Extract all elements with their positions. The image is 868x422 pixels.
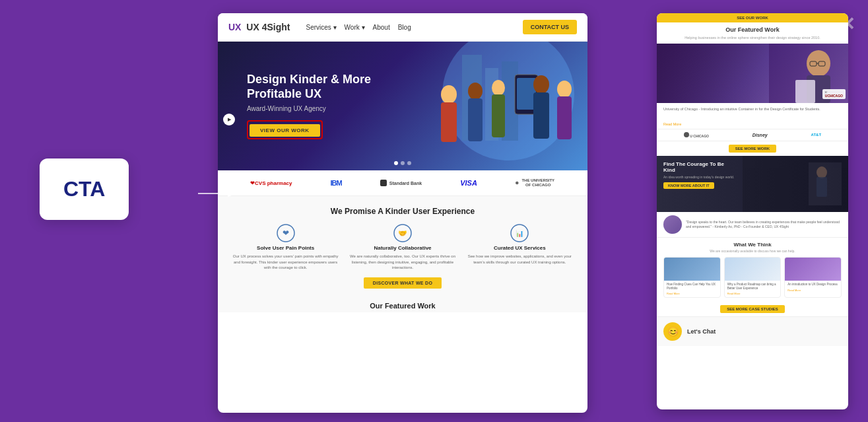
promise-section: We Promise A Kinder User Experience ❤ So… <box>218 196 587 295</box>
hero-illustration <box>403 42 587 170</box>
col1-title: Solve User Pain Points <box>231 245 340 251</box>
svg-marker-1 <box>228 190 238 197</box>
right-logo-row: U CHICAGO Disney AT&T <box>657 129 848 141</box>
card-3-image <box>785 258 841 281</box>
card-3: An introduction to UX Design Process Rea… <box>784 257 842 299</box>
svg-point-35 <box>817 166 827 178</box>
discover-button[interactable]: DISCOVER WHAT WE DO <box>364 277 442 289</box>
right-featured-title: Our Featured Work <box>657 22 848 36</box>
play-button[interactable]: ▶ <box>223 114 235 125</box>
smiley-icon: 😊 <box>663 322 682 341</box>
card-1-image <box>664 258 720 281</box>
avatar-text: "Design speaks to the heart. Our team be… <box>686 220 842 229</box>
promise-col-2: 🤝 Naturally Collaborative We are natural… <box>348 224 457 270</box>
svg-point-7 <box>441 85 457 104</box>
right-hero-image: U UCHICAGO <box>657 44 848 103</box>
hero-btn-wrapper: VIEW OUR WORK <box>247 120 323 139</box>
hero-view-work-button[interactable]: VIEW OUR WORK <box>250 124 320 137</box>
what-we-think-section: What We Think We are occasionally availa… <box>657 238 848 302</box>
svg-point-9 <box>468 83 483 100</box>
col2-title: Naturally Collaborative <box>348 245 457 251</box>
svg-rect-14 <box>533 92 549 139</box>
curated-icon: 📊 <box>510 224 529 242</box>
navbar-logo: UX UX 4Sight <box>228 22 290 32</box>
card-1: How Finding Clues Can Help You UX Portfo… <box>663 257 721 299</box>
what-think-title: What We Think <box>663 242 842 248</box>
col2-text: We are naturally collaborative, too. Our… <box>348 254 457 270</box>
svg-rect-36 <box>817 177 827 197</box>
svg-rect-31 <box>795 80 815 103</box>
logos-bar: ❤CVS pharmacy IBM Standard Bank VISA THE… <box>218 170 587 196</box>
col1-text: Our UX process solves your users' pain p… <box>231 254 340 270</box>
svg-rect-17 <box>380 180 387 186</box>
chicago-badge: U UCHICAGO <box>822 89 846 99</box>
what-think-subtitle: We are occasionally available to discuss… <box>663 249 842 253</box>
svg-rect-12 <box>492 94 505 137</box>
dark-section-bg <box>743 156 848 212</box>
logo-visa: VISA <box>460 179 477 187</box>
nav-services[interactable]: Services ▾ <box>306 24 336 31</box>
right-hero-desc: University of Chicago - Introducing an i… <box>657 103 848 116</box>
nav-work[interactable]: Work ▾ <box>345 24 365 31</box>
mockup-right: SEE OUR WORK Our Featured Work Helping b… <box>657 13 848 409</box>
card-3-text: An introduction to UX Design Process <box>785 281 841 289</box>
logo-standard-bank: Standard Bank <box>380 180 422 186</box>
see-more-case-studies-button[interactable]: SEE MORE CASE STUDIES <box>720 305 785 313</box>
hero-subtitle: Award-Winning UX Agency <box>247 105 392 112</box>
right-featured-subtitle: Helping businesses in the online sphere … <box>657 36 848 44</box>
svg-point-11 <box>492 80 505 96</box>
people-illustration <box>409 42 587 170</box>
cta-label: CTA <box>63 177 105 201</box>
col3-title: Curated UX Services <box>465 245 574 251</box>
right-logo-disney: Disney <box>752 133 768 137</box>
right-dark-section: Find The Courage To Be Kind An idea wort… <box>657 156 848 212</box>
mockup-left: UX UX 4Sight Services ▾ Work ▾ About Blo… <box>218 13 587 413</box>
svg-point-32 <box>684 132 689 137</box>
card-2-text: Why a Product Roadmap can bring a Better… <box>725 281 781 293</box>
svg-point-18 <box>516 182 519 185</box>
svg-point-13 <box>533 75 549 94</box>
card-2: Why a Product Roadmap can bring a Better… <box>724 257 782 299</box>
nav-about[interactable]: About <box>373 24 390 31</box>
right-topbar[interactable]: SEE OUR WORK <box>657 13 848 22</box>
lets-chat-label: Let's Chat <box>687 328 716 335</box>
hero-text: Design Kinder & More Profitable UX Award… <box>247 73 392 139</box>
promise-col-1: ❤ Solve User Pain Points Our UX process … <box>231 224 340 270</box>
right-logo-chicago: U CHICAGO <box>684 132 709 138</box>
dark-section-subtitle: An idea worth spreading in today's desig… <box>663 175 734 179</box>
svg-rect-10 <box>468 98 483 141</box>
arrow-pointer <box>198 184 238 203</box>
svg-rect-8 <box>441 102 457 142</box>
navbar-cta-button[interactable]: CONTACT US <box>523 20 577 34</box>
pain-points-icon: ❤ <box>277 224 295 242</box>
lets-chat-row: 😊 Let's Chat <box>657 316 848 346</box>
right-see-work-button[interactable]: SEE MORE WORK <box>729 145 776 153</box>
logo-ibm: IBM <box>331 179 342 187</box>
promise-columns: ❤ Solve User Pain Points Our UX process … <box>231 224 574 270</box>
hero-dots <box>394 161 411 165</box>
svg-rect-6 <box>517 78 536 110</box>
col3-text: See how we improve websites, application… <box>465 254 574 265</box>
svg-point-15 <box>557 81 572 98</box>
card-2-image <box>725 258 781 281</box>
logo-cvs: ❤CVS pharmacy <box>250 180 292 186</box>
navbar-nav: Services ▾ Work ▾ About Blog <box>306 24 411 31</box>
card-1-text: How Finding Clues Can Help You UX Portfo… <box>664 281 720 293</box>
hero-section: ▶ Design Kinder & More Profitable UX Awa… <box>218 42 587 170</box>
promise-col-3: 📊 Curated UX Services See how we improve… <box>465 224 574 270</box>
right-logo-att: AT&T <box>811 133 822 137</box>
card-3-read-more[interactable]: Read More <box>785 289 841 294</box>
dark-section-title: Find The Courage To Be Kind <box>663 161 729 173</box>
nav-blog[interactable]: Blog <box>398 24 411 31</box>
card-2-read-more[interactable]: Read More <box>725 292 781 297</box>
cta-card: CTA <box>40 158 129 220</box>
right-read-more-link[interactable]: Read More <box>663 122 681 126</box>
hero-title: Design Kinder & More Profitable UX <box>247 73 392 101</box>
svg-text:❤: ❤ <box>283 229 289 238</box>
featured-heading: Our Featured Work <box>218 295 587 312</box>
svg-text:🤝: 🤝 <box>398 229 407 238</box>
card-1-read-more[interactable]: Read More <box>664 292 720 297</box>
svg-text:📊: 📊 <box>516 229 524 238</box>
dark-section-button[interactable]: KNOW MORE ABOUT IT <box>663 182 714 189</box>
promise-title: We Promise A Kinder User Experience <box>231 207 574 216</box>
